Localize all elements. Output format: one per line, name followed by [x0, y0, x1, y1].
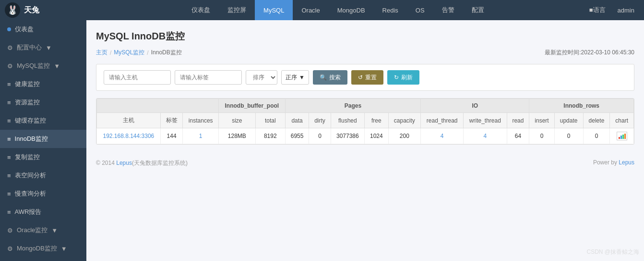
- chevron-down-icon: ▼: [299, 74, 305, 81]
- sidebar-item-mysql-monitor[interactable]: ⚙ MySQL监控 ▼: [0, 57, 86, 75]
- list-icon: ≡: [7, 190, 11, 198]
- nav-alert[interactable]: 告警: [433, 0, 463, 20]
- write-thread-link[interactable]: 4: [484, 133, 487, 139]
- breadcrumb-sep-1: /: [110, 50, 111, 56]
- sort-select[interactable]: 排序: [246, 70, 277, 85]
- table-row: 192.168.8.144:3306 144 1 128MB 8192 6955…: [97, 128, 634, 144]
- col-host: 主机: [97, 113, 161, 128]
- gear-icon: ⚙: [7, 227, 13, 234]
- cell-update: 0: [554, 128, 583, 144]
- sidebar: 仪表盘 ⚙ 配置中心 ▼ ⚙ MySQL监控 ▼ ≡ 健康监控 ≡ 资源监控 ≡…: [0, 20, 86, 261]
- col-read-thread: read_thread: [421, 113, 464, 128]
- col-total: total: [255, 113, 285, 128]
- col-delete: delete: [583, 113, 610, 128]
- col-insert: insert: [529, 113, 554, 128]
- search-button[interactable]: 🔍 搜索: [313, 70, 347, 85]
- group-header-empty: [97, 99, 219, 113]
- breadcrumb-sep-2: /: [147, 50, 148, 56]
- language-switcher[interactable]: ■语言: [584, 0, 610, 20]
- sidebar-item-config-center[interactable]: ⚙ 配置中心 ▼: [0, 38, 86, 57]
- sidebar-item-oracle-monitor[interactable]: ⚙ Oracle监控 ▼: [0, 221, 86, 239]
- top-nav-right: ■语言 admin: [584, 0, 639, 20]
- footer: © 2014 Lepus(天兔数据库监控系统) Power by Lepus: [96, 154, 634, 172]
- filter-bar: 排序 正序 ▼ 🔍 搜索 ↺ 重置 ↻ 刷新: [96, 64, 634, 91]
- chevron-down-icon: ▼: [46, 44, 52, 51]
- admin-menu[interactable]: admin: [613, 0, 639, 20]
- host-link[interactable]: 192.168.8.144:3306: [103, 133, 154, 139]
- sidebar-item-replication-monitor[interactable]: ≡ 复制监控: [0, 148, 86, 166]
- breadcrumb-current: InnoDB监控: [151, 49, 182, 57]
- watermark: CSDN @抹香鲸之海: [586, 248, 639, 256]
- sidebar-item-label: Oracle监控: [17, 226, 48, 235]
- page-title: MySQL InnoDB监控: [96, 30, 634, 43]
- col-write-thread: write_thread: [464, 113, 507, 128]
- sidebar-item-awr-report[interactable]: ≡ AWR报告: [0, 203, 86, 221]
- refresh-button[interactable]: ↻ 刷新: [387, 70, 419, 85]
- refresh-label: 刷新: [401, 74, 413, 82]
- cell-dirty: 0: [309, 128, 331, 144]
- list-icon: ≡: [7, 117, 11, 124]
- sidebar-item-label: 健康监控: [15, 80, 40, 88]
- order-label: 正序: [286, 74, 297, 82]
- sidebar-item-dashboard[interactable]: 仪表盘: [0, 20, 86, 38]
- col-flushed: flushed: [331, 113, 364, 128]
- nav-os[interactable]: OS: [407, 0, 433, 20]
- group-header-io: IO: [421, 99, 529, 113]
- nav-mysql[interactable]: MySQL: [255, 0, 293, 20]
- group-header-buffer-pool: Innodb_buffer_pool: [218, 99, 285, 113]
- sidebar-item-slow-query[interactable]: ≡ 慢查询分析: [0, 185, 86, 203]
- sidebar-item-key-cache-monitor[interactable]: ≡ 键缓存监控: [0, 112, 86, 130]
- app-name: 天兔: [24, 5, 39, 15]
- sidebar-item-innodb-monitor[interactable]: ≡ InnoDB监控: [0, 130, 86, 148]
- sidebar-item-label: 表空间分析: [15, 171, 46, 180]
- sidebar-item-redis-monitor[interactable]: ⚙ Redis监控 ▼: [0, 258, 86, 261]
- read-thread-link[interactable]: 4: [441, 133, 444, 139]
- nav-redis[interactable]: Redis: [374, 0, 407, 20]
- list-icon: ≡: [7, 154, 11, 161]
- sidebar-item-resource-monitor[interactable]: ≡ 资源监控: [0, 93, 86, 112]
- col-instances: instances: [183, 113, 218, 128]
- list-icon: ≡: [7, 81, 11, 88]
- footer-lepus-link[interactable]: Lepus: [116, 160, 132, 166]
- nav-oracle[interactable]: Oracle: [293, 0, 328, 20]
- host-input[interactable]: [104, 70, 171, 85]
- cell-total: 8192: [255, 128, 285, 144]
- cell-delete: 0: [583, 128, 610, 144]
- reset-button[interactable]: ↺ 重置: [351, 70, 383, 85]
- app-logo[interactable]: 🐰 天兔: [5, 2, 91, 18]
- data-table-container: Innodb_buffer_pool Pages IO Innodb_rows …: [96, 98, 634, 145]
- breadcrumb-home[interactable]: 主页: [96, 49, 107, 57]
- col-read: read: [507, 113, 529, 128]
- cell-read-thread: 4: [421, 128, 464, 144]
- breadcrumb-mysql[interactable]: MySQL监控: [114, 49, 144, 57]
- nav-dashboard[interactable]: 仪表盘: [183, 0, 219, 20]
- chart-button[interactable]: [617, 132, 627, 140]
- col-chart: chart: [610, 113, 634, 128]
- sidebar-item-mongodb-monitor[interactable]: ⚙ MongoDB监控 ▼: [0, 239, 86, 258]
- sidebar-item-label: MongoDB监控: [17, 244, 57, 253]
- tag-input[interactable]: [175, 70, 242, 85]
- svg-rect-2: [622, 135, 624, 139]
- instances-link[interactable]: 1: [199, 133, 203, 139]
- col-update: update: [554, 113, 583, 128]
- col-free: free: [365, 113, 389, 128]
- chevron-down-icon: ▼: [51, 227, 58, 234]
- breadcrumb: 主页 / MySQL监控 / InnoDB监控 最新监控时间:2022-03-1…: [96, 49, 634, 57]
- nav-monitor-screen[interactable]: 监控屏: [219, 0, 255, 20]
- list-icon: ≡: [7, 99, 11, 106]
- main-content: MySQL InnoDB监控 主页 / MySQL监控 / InnoDB监控 最…: [86, 20, 644, 261]
- col-data: data: [285, 113, 309, 128]
- order-select[interactable]: 正序 ▼: [281, 70, 309, 85]
- cell-size: 128MB: [218, 128, 255, 144]
- nav-config[interactable]: 配置: [463, 0, 493, 20]
- footer-text: (天兔数据库监控系统): [132, 160, 188, 166]
- list-icon: ≡: [7, 136, 11, 143]
- nav-mongodb[interactable]: MongoDB: [329, 0, 374, 20]
- sidebar-item-tablespace-analysis[interactable]: ≡ 表空间分析: [0, 166, 86, 185]
- sidebar-item-health-monitor[interactable]: ≡ 健康监控: [0, 75, 86, 93]
- cell-flushed: 3077386: [331, 128, 364, 144]
- footer-power-link[interactable]: Lepus: [619, 159, 634, 166]
- gear-icon: ⚙: [7, 245, 13, 252]
- cell-write-thread: 4: [464, 128, 507, 144]
- search-icon: 🔍: [320, 74, 327, 81]
